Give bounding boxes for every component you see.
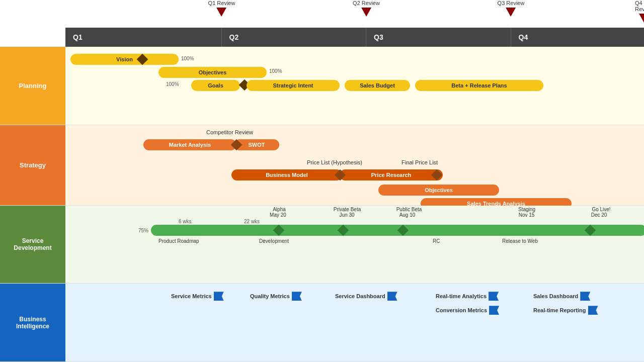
goals-pct: 100% [166, 81, 179, 87]
realtime-analytics-item: Real-time Analytics [436, 292, 499, 301]
goals-bar: Goals [191, 80, 240, 91]
q4-review-label: Q4 Review [635, 0, 644, 12]
pvtbeta-label: Private Beta [327, 207, 367, 212]
rc-label: RC [433, 238, 440, 244]
service-dashboard-label: Service Dashboard [335, 293, 385, 299]
development-label: Development [259, 238, 289, 244]
staging-label: Staging [509, 207, 544, 212]
quarter-q2: Q2 [222, 28, 367, 47]
wk6-label: 6 wks [179, 219, 192, 224]
q2-review-triangle [361, 8, 371, 17]
bi-content: Service Metrics Quality Metrics Service … [65, 284, 644, 361]
service-dashboard-item: Service Dashboard [335, 292, 397, 301]
quality-metrics-label: Quality Metrics [250, 293, 290, 299]
strategy-content: Competitor Review Market Analysis SWOT P… [65, 125, 644, 205]
q4-review-triangle [639, 14, 644, 23]
q3-review-triangle [506, 8, 516, 17]
quality-metrics-item: Quality Metrics [250, 292, 302, 301]
pubbeta-label: Public Beta [389, 207, 429, 212]
planning-label: Planning [0, 47, 65, 125]
q3-review-label: Q3 Review [498, 0, 525, 6]
service-metrics-label: Service Metrics [171, 293, 212, 299]
realtime-reporting-item: Real-time Reporting [533, 306, 598, 315]
golive-label: Go Live! [584, 207, 619, 212]
product-roadmap-label: Product Roadmap [158, 238, 199, 244]
service-content: Alpha May 20 Private Beta Jun 30 Public … [65, 206, 644, 284]
competitor-review-label: Competitor Review [206, 129, 253, 135]
service-label: Service Development [0, 206, 65, 284]
quarter-q3: Q3 [366, 28, 511, 47]
strategy-objectives-bar: Objectives [378, 185, 499, 196]
bi-label: Business Intelligence [0, 284, 65, 361]
strategy-label: Strategy [0, 125, 65, 205]
sales-dashboard-label: Sales Dashboard [533, 293, 578, 299]
realtime-reporting-flag [588, 306, 598, 315]
gantt-chart: Q1 Review Q2 Review Q3 Review Q4 Review … [0, 0, 644, 362]
pvtbeta-date: Jun 30 [331, 212, 363, 218]
price-research-bar: Price Research [340, 169, 443, 180]
staging-date: Nov 15 [510, 212, 543, 218]
golive-date: Dec 20 [583, 212, 615, 218]
conversion-metrics-item: Conversion Metrics [436, 306, 499, 315]
vision-pct: 100% [181, 56, 194, 61]
conversion-metrics-flag [489, 306, 499, 315]
strategy-row: Strategy Competitor Review Market Analys… [0, 125, 644, 206]
quality-metrics-flag [292, 292, 302, 301]
business-model-bar: Business Model [231, 169, 342, 180]
q3-review-marker: Q3 Review [498, 0, 525, 17]
release-to-web-label: Release to Web [502, 238, 538, 244]
q1-review-label: Q1 Review [208, 0, 235, 6]
q4-review-marker: Q4 Review [635, 0, 644, 23]
strategic-intent-bar: Strategic Intent [247, 80, 340, 91]
q2-review-marker: Q2 Review [353, 0, 380, 17]
realtime-analytics-flag [489, 292, 499, 301]
market-analysis-bar: Market Analysis [143, 139, 236, 150]
service-row: Service Development Alpha May 20 Private… [0, 206, 644, 284]
vision-bar: Vision [70, 54, 179, 65]
pct75-label: 75% [138, 228, 148, 233]
wk22-label: 22 wks [244, 219, 260, 224]
sales-dashboard-item: Sales Dashboard [533, 292, 590, 301]
quarter-q1: Q1 [65, 28, 222, 47]
conversion-metrics-label: Conversion Metrics [436, 307, 487, 313]
q1-review-triangle [216, 8, 226, 17]
service-dashboard-flag [387, 292, 397, 301]
bi-row: Business Intelligence Service Metrics Qu… [0, 284, 644, 362]
objectives-pct: 100% [269, 68, 282, 74]
alpha-date: May 20 [262, 212, 294, 218]
realtime-reporting-label: Real-time Reporting [533, 307, 586, 313]
price-list-hyp-label: Price List (Hypothesis) [307, 159, 362, 165]
q1-review-marker: Q1 Review [208, 0, 235, 17]
service-metrics-flag [214, 292, 224, 301]
objectives-bar: Objectives [158, 67, 267, 78]
planning-row: Planning Vision 100% Objectives 100% Goa… [0, 47, 644, 125]
final-price-label: Final Price List [401, 159, 438, 165]
alpha-label: Alpha [264, 207, 294, 212]
beta-release-bar: Beta + Release Plans [415, 80, 543, 91]
realtime-analytics-label: Real-time Analytics [436, 293, 487, 299]
pubbeta-date: Aug 10 [391, 212, 424, 218]
q2-review-label: Q2 Review [353, 0, 380, 6]
service-metrics-item: Service Metrics [171, 292, 224, 301]
planning-content: Vision 100% Objectives 100% Goals 100% S… [65, 47, 644, 125]
quarter-q4: Q4 [511, 28, 645, 47]
sales-budget-bar: Sales Budget [345, 80, 410, 91]
sales-dashboard-flag [580, 292, 590, 301]
